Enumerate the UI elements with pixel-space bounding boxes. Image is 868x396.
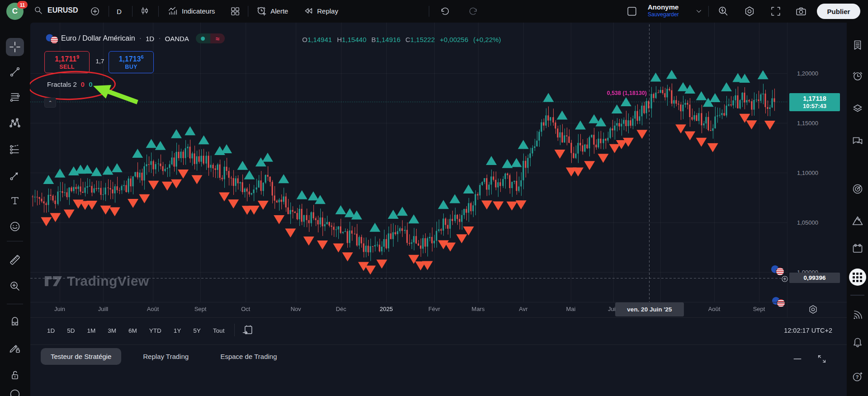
grid-layout-button[interactable] bbox=[230, 6, 241, 17]
bottom-tabs: Testeur de StratégieReplay TradingEspace… bbox=[41, 348, 287, 365]
change-percent: (+0,22%) bbox=[473, 36, 501, 43]
zoom-in-tool[interactable] bbox=[0, 276, 30, 296]
sidebar-data-feed-button[interactable] bbox=[847, 305, 868, 325]
fib-retracement-tool[interactable] bbox=[0, 87, 30, 107]
time-tick: Avr bbox=[519, 306, 527, 312]
emoji-tool[interactable] bbox=[0, 217, 30, 236]
range-button-1d[interactable]: 1D bbox=[47, 327, 55, 334]
crosshair-vertical-line bbox=[649, 24, 650, 302]
indicators-button[interactable]: Indicateurs bbox=[167, 5, 215, 16]
range-button-1m[interactable]: 1M bbox=[87, 327, 96, 334]
settings-button[interactable] bbox=[744, 5, 755, 17]
trend-line-tool[interactable] bbox=[0, 62, 30, 82]
range-button-3m[interactable]: 3M bbox=[108, 327, 116, 334]
add-alert-plus-button[interactable] bbox=[781, 275, 789, 283]
user-avatar[interactable]: C 11 bbox=[6, 3, 24, 20]
sidebar-calendar-button[interactable] bbox=[847, 239, 868, 259]
lock-all-tool[interactable] bbox=[0, 365, 30, 385]
divider bbox=[158, 6, 159, 17]
replay-button[interactable]: Replay bbox=[303, 5, 338, 16]
chevron-down-icon[interactable] bbox=[695, 7, 703, 15]
legend-interval[interactable]: 1D bbox=[146, 35, 154, 42]
chart-style-button[interactable] bbox=[139, 6, 150, 17]
hide-drawings-tool[interactable] bbox=[0, 384, 30, 396]
ohlc-close: C1,15222 bbox=[405, 36, 435, 43]
time-tick: Août bbox=[147, 306, 159, 312]
sidebar-screener-button[interactable] bbox=[847, 179, 868, 199]
ruler-tool[interactable] bbox=[0, 250, 30, 270]
layout-button[interactable] bbox=[626, 5, 638, 17]
tab-testeur-de-strat-gie[interactable]: Testeur de Stratégie bbox=[41, 348, 121, 365]
panel-minimize-button[interactable] bbox=[792, 354, 802, 364]
tab-replay-trading[interactable]: Replay Trading bbox=[133, 348, 199, 365]
axis-settings-button[interactable] bbox=[808, 304, 818, 315]
range-button-tout[interactable]: Tout bbox=[213, 327, 225, 334]
sidebar-apps-button[interactable] bbox=[847, 267, 868, 287]
price-axis[interactable]: 1,200001,150001,100001,050001,00000 bbox=[787, 23, 847, 302]
price-tick: 1,10000 bbox=[797, 170, 818, 176]
range-button-1y[interactable]: 1Y bbox=[174, 327, 181, 334]
tab-espace-de-trading[interactable]: Espace de Trading bbox=[210, 348, 287, 365]
sidebar-help-button[interactable]: ? bbox=[847, 367, 868, 387]
pattern-tool[interactable] bbox=[0, 113, 30, 133]
sidebar-chat-button[interactable] bbox=[847, 131, 868, 151]
buy-button[interactable]: 1,17136 BUY bbox=[109, 51, 154, 73]
fullscreen-button[interactable] bbox=[770, 5, 782, 17]
crosshair-tool[interactable] bbox=[0, 37, 30, 57]
maximize-icon bbox=[817, 354, 827, 364]
legend-collapse-button[interactable]: ⌃ bbox=[44, 98, 56, 108]
time-tick: Juin bbox=[54, 306, 65, 312]
countdown-timer: 10:57:43 bbox=[789, 103, 840, 110]
broker-name[interactable]: OANDA bbox=[165, 35, 189, 42]
minimize-icon bbox=[792, 354, 802, 364]
publish-button[interactable]: Publier bbox=[817, 4, 860, 19]
redo-button[interactable] bbox=[468, 6, 479, 17]
date-range-toolbar: 1D5D1M3M6MYTD1Y5YTout bbox=[47, 317, 224, 344]
compare-add-button[interactable] bbox=[90, 6, 100, 17]
sidebar-notifications-button[interactable] bbox=[847, 333, 868, 353]
symbol-legend[interactable]: Euro / Dollar Américain · 1D · OANDA ≈ bbox=[45, 33, 225, 43]
range-button-5d[interactable]: 5D bbox=[67, 327, 75, 334]
sidebar-ideas-button[interactable] bbox=[847, 211, 868, 231]
annotation-arrow bbox=[89, 82, 143, 106]
interval-button[interactable]: D bbox=[117, 8, 122, 15]
alert-button[interactable]: Alerte bbox=[256, 5, 288, 17]
sidebar-alerts-button[interactable] bbox=[847, 66, 868, 86]
delayed-data-icon: ≈ bbox=[210, 33, 225, 43]
user-name: Anonyme bbox=[648, 3, 679, 11]
row-divider bbox=[30, 344, 847, 345]
sell-button[interactable]: 1,17119 SELL bbox=[44, 51, 90, 73]
market-open-dot-icon bbox=[201, 37, 205, 41]
symbol-name: EURUSD bbox=[47, 6, 78, 14]
sidebar-watchlist-button[interactable] bbox=[847, 35, 868, 55]
range-button-ytd[interactable]: YTD bbox=[149, 327, 161, 334]
quick-search-button[interactable] bbox=[717, 5, 729, 17]
separator-dot: · bbox=[158, 34, 161, 42]
session-clock[interactable]: 12:02:17 UTC+2 bbox=[697, 317, 832, 344]
panel-maximize-button[interactable] bbox=[817, 354, 827, 364]
divider bbox=[109, 6, 109, 17]
symbol-search-button[interactable]: EURUSD bbox=[33, 5, 78, 15]
sidebar-object-tree-button[interactable] bbox=[847, 98, 868, 118]
range-button-6m[interactable]: 6M bbox=[128, 327, 137, 334]
time-tick: Sept bbox=[753, 306, 765, 312]
undo-button[interactable] bbox=[440, 6, 451, 17]
goto-date-button[interactable] bbox=[242, 324, 254, 336]
price-tick: 1,05000 bbox=[797, 219, 818, 226]
save-label[interactable]: Sauvegarder bbox=[648, 11, 679, 18]
arrow-tool[interactable] bbox=[0, 165, 30, 185]
ohlc-low: B1,14916 bbox=[371, 36, 400, 43]
range-button-5y[interactable]: 5Y bbox=[193, 327, 201, 334]
snapshot-button[interactable] bbox=[795, 5, 807, 17]
user-menu[interactable]: Anonyme Sauvegarder bbox=[648, 3, 679, 18]
prediction-tool[interactable] bbox=[0, 139, 30, 159]
pair-title[interactable]: Euro / Dollar Américain bbox=[61, 34, 135, 42]
symbol-flag-marker[interactable] bbox=[771, 265, 784, 275]
search-icon bbox=[33, 5, 43, 15]
apps-grid-icon bbox=[849, 269, 866, 286]
magnet-tool[interactable] bbox=[0, 311, 30, 331]
market-status-pill[interactable]: ≈ bbox=[196, 33, 225, 43]
indicators-label: Indicateurs bbox=[182, 7, 215, 15]
text-tool[interactable] bbox=[0, 191, 30, 211]
drawing-lock-tool[interactable] bbox=[0, 338, 30, 358]
